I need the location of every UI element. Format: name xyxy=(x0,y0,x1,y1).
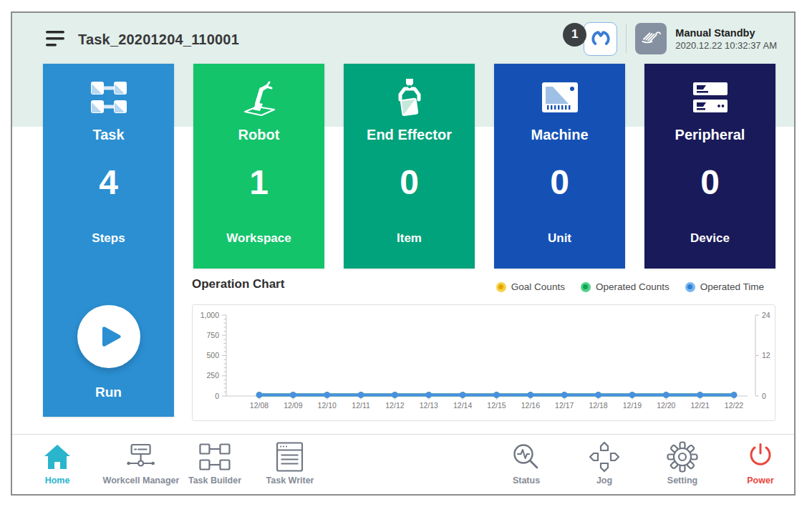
card-machine[interactable]: Machine 0 Unit xyxy=(494,64,625,269)
notification-badge[interactable]: 1 xyxy=(563,23,586,47)
card-peripheral[interactable]: Peripheral 0 Device xyxy=(644,64,775,269)
tool-button[interactable] xyxy=(584,22,617,56)
legend-operated-time: Operated Time xyxy=(685,281,764,292)
card-value: 0 xyxy=(644,163,775,202)
svg-text:24: 24 xyxy=(762,311,770,319)
nav-label: Power xyxy=(747,475,774,486)
card-robot[interactable]: Robot 1 Workspace xyxy=(193,64,324,269)
legend-label: Operated Counts xyxy=(596,281,670,292)
card-title: Robot xyxy=(193,127,324,143)
nav-item-task-builder[interactable]: Task Builder xyxy=(188,440,241,486)
header-divider xyxy=(626,24,627,53)
operation-chart-plot: 02505007501,00012/0812/0912/1012/1112/12… xyxy=(192,304,775,421)
card-task[interactable]: Task 4 Steps Run xyxy=(43,64,174,417)
legend-label: Goal Counts xyxy=(511,281,565,292)
nav-label: Task Builder xyxy=(188,475,241,486)
setting-gear-icon xyxy=(667,440,698,474)
home-icon xyxy=(43,440,72,474)
menu-button[interactable] xyxy=(45,29,67,48)
svg-text:12/16: 12/16 xyxy=(521,401,540,410)
workcell-manager-icon xyxy=(125,440,158,474)
svg-text:12/17: 12/17 xyxy=(555,401,574,410)
status-magnifier-icon xyxy=(512,440,541,474)
svg-text:12/11: 12/11 xyxy=(352,401,370,410)
card-value: 4 xyxy=(43,163,174,202)
nav-label: Workcell Manager xyxy=(103,475,180,486)
nav-label: Home xyxy=(45,475,70,486)
card-unit: Workspace xyxy=(193,231,324,246)
run-label: Run xyxy=(43,385,174,400)
svg-text:12/20: 12/20 xyxy=(657,401,675,410)
card-unit: Item xyxy=(344,231,475,246)
header-right-cluster: 1 xyxy=(563,19,777,58)
card-unit: Device xyxy=(644,231,775,246)
svg-text:0: 0 xyxy=(215,392,219,400)
mode-label: Manual Standby xyxy=(675,26,777,39)
card-value: 1 xyxy=(193,163,324,202)
screen: Task_20201204_110001 1 xyxy=(0,0,812,507)
nav-label: Setting xyxy=(667,475,697,486)
card-value: 0 xyxy=(494,163,625,202)
nav-item-power[interactable]: Power xyxy=(746,440,775,486)
svg-text:12/10: 12/10 xyxy=(318,401,337,410)
card-unit: Steps xyxy=(43,231,174,246)
svg-text:1,000: 1,000 xyxy=(200,311,219,319)
svg-text:12/14: 12/14 xyxy=(453,401,472,410)
bottom-navigation: Home Workc xyxy=(12,434,794,494)
task-writer-icon xyxy=(276,440,304,474)
run-button[interactable] xyxy=(77,305,140,368)
card-end-effector[interactable]: End Effector 0 Item xyxy=(344,64,475,269)
svg-text:0: 0 xyxy=(762,392,766,400)
legend-goal-counts: Goal Counts xyxy=(496,281,565,292)
operation-chart-title: Operation Chart xyxy=(192,277,284,291)
svg-text:250: 250 xyxy=(206,371,219,380)
hamburger-icon xyxy=(45,29,67,48)
operated-counts-dot-icon xyxy=(581,282,591,292)
end-effector-gripper-icon xyxy=(344,75,475,120)
mode-status: Manual Standby 2020.12.22 10:32:37 AM xyxy=(675,26,777,52)
card-title: Machine xyxy=(494,127,625,143)
peripheral-stack-icon xyxy=(644,75,775,120)
card-title: End Effector xyxy=(344,127,475,143)
svg-text:12/21: 12/21 xyxy=(691,401,710,410)
svg-text:500: 500 xyxy=(206,351,219,359)
machine-icon xyxy=(494,75,625,120)
nav-item-status[interactable]: Status xyxy=(512,440,541,486)
datetime-label: 2020.12.22 10:32:37 AM xyxy=(675,39,777,52)
svg-text:12/09: 12/09 xyxy=(284,401,302,410)
svg-text:12/15: 12/15 xyxy=(487,401,506,410)
mode-button[interactable] xyxy=(635,23,667,54)
svg-text:12/18: 12/18 xyxy=(589,401,607,410)
card-title: Peripheral xyxy=(644,127,775,143)
nav-item-setting[interactable]: Setting xyxy=(667,440,698,486)
svg-text:12/22: 12/22 xyxy=(725,401,743,410)
nav-item-home[interactable]: Home xyxy=(43,440,72,486)
nav-item-workcell-manager[interactable]: Workcell Manager xyxy=(103,440,180,486)
svg-text:12/08: 12/08 xyxy=(250,401,269,410)
legend-operated-counts: Operated Counts xyxy=(581,281,670,292)
gripper-tool-icon xyxy=(589,26,613,51)
chart-legend: Goal Counts Operated Counts Operated Tim… xyxy=(496,281,764,292)
svg-text:12/19: 12/19 xyxy=(623,401,642,410)
nav-item-task-writer[interactable]: Task Writer xyxy=(266,440,314,486)
jog-dpad-icon xyxy=(588,440,621,474)
nav-label: Task Writer xyxy=(266,475,314,486)
nav-label: Status xyxy=(513,475,540,486)
task-title: Task_20201204_110001 xyxy=(78,32,239,48)
power-icon xyxy=(746,440,775,474)
task-builder-icon xyxy=(199,440,231,474)
card-unit: Unit xyxy=(494,231,625,246)
card-value: 0 xyxy=(344,163,475,202)
hand-manual-mode-icon xyxy=(639,26,663,51)
goal-counts-dot-icon xyxy=(496,282,506,292)
svg-text:12/13: 12/13 xyxy=(420,401,438,410)
app-window: Task_20201204_110001 1 xyxy=(11,11,796,496)
nav-label: Jog xyxy=(596,475,612,486)
card-title: Task xyxy=(43,127,174,143)
nav-item-jog[interactable]: Jog xyxy=(588,440,621,486)
svg-text:750: 750 xyxy=(206,331,219,339)
play-icon xyxy=(95,323,122,350)
legend-label: Operated Time xyxy=(700,281,764,292)
task-blocks-icon xyxy=(43,75,174,120)
operated-time-dot-icon xyxy=(685,282,695,292)
